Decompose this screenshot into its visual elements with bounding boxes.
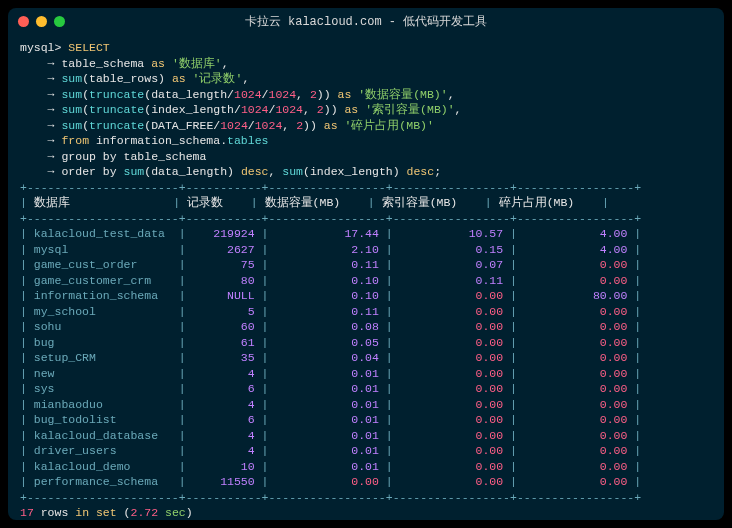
close-icon[interactable] xyxy=(18,16,29,27)
titlebar: 卡拉云 kalacloud.com - 低代码开发工具 xyxy=(8,8,724,34)
maximize-icon[interactable] xyxy=(54,16,65,27)
traffic-lights xyxy=(18,16,65,27)
minimize-icon[interactable] xyxy=(36,16,47,27)
terminal-window: 卡拉云 kalacloud.com - 低代码开发工具 mysql> SELEC… xyxy=(8,8,724,520)
terminal-content[interactable]: mysql> SELECT → table_schema as '数据库', →… xyxy=(8,34,724,520)
window-title: 卡拉云 kalacloud.com - 低代码开发工具 xyxy=(8,13,724,30)
